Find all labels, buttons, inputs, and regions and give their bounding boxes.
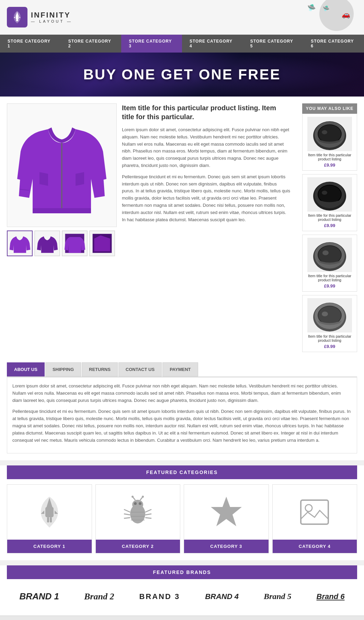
category-3-label: CATEGORY 3: [184, 540, 269, 553]
product-thumbnails: [7, 230, 117, 256]
brands-grid: BRAND 1 Brand 2 BRAND 3 BRAND 4 Brand 5 …: [7, 584, 357, 609]
rocket-logo-icon: [10, 10, 24, 24]
thumb3-svg: [64, 232, 86, 255]
category-3[interactable]: CATEGORY 3: [184, 484, 269, 553]
helmet-svg-1: [309, 117, 350, 151]
tab-contact-us[interactable]: CONTACT US: [118, 362, 162, 376]
promo-banner: BUY ONE GET ONE FREE: [0, 53, 364, 97]
svg-line-39: [124, 518, 130, 518]
brand-1[interactable]: BRAND 1: [19, 591, 59, 602]
nav-item-4[interactable]: STORE CATEGORY 4: [182, 35, 243, 53]
brand-2[interactable]: Brand 2: [84, 591, 114, 602]
tab-content-p1: Lorem ipsum dolor sit amet, consectetur …: [12, 383, 352, 404]
jacket-svg: [14, 110, 110, 220]
tabs-section: ABOUT US SHIPPING RETURNS CONTACT US PAY…: [0, 362, 364, 460]
thumbnail-3[interactable]: [62, 230, 88, 256]
thumb2-svg: [36, 232, 58, 255]
category-4-icon: [273, 485, 357, 540]
bug-icon: [121, 495, 155, 529]
svg-point-36: [142, 496, 144, 498]
sidebar-product-1[interactable]: Item title for this particular product l…: [302, 114, 357, 171]
brand-3[interactable]: BRAND 3: [139, 592, 180, 601]
featured-brands-header: FEATURED BRANDS: [7, 565, 357, 579]
sidebar-image-4: [307, 298, 352, 332]
product-info: Item title for this particular product l…: [122, 103, 290, 356]
nav-item-3[interactable]: STORE CATEGORY 3: [121, 35, 182, 53]
category-2-icon: [96, 485, 180, 540]
tab-content: Lorem ipsum dolor sit amet, consectetur …: [7, 377, 357, 453]
categories-grid: CATEGORY 1: [7, 484, 357, 553]
rover-icon: 🚗: [342, 10, 350, 19]
nav-item-1[interactable]: STORE CATEGORY 1: [0, 35, 61, 53]
product-description: Lorem ipsum dolor sit amet, consectetur …: [122, 126, 290, 223]
sidebar-item-title-4: Item title for this particular product l…: [305, 334, 354, 342]
svg-rect-4: [33, 208, 91, 213]
svg-point-31: [134, 502, 137, 505]
helmet-svg-3: [309, 238, 350, 272]
sidebar-item-price-3: £9.99: [305, 283, 354, 289]
ufo2-icon: 🛸: [323, 5, 330, 12]
svg-point-48: [305, 505, 312, 511]
svg-line-40: [145, 509, 151, 512]
svg-point-32: [139, 502, 141, 505]
svg-point-24: [318, 306, 341, 324]
brand-6[interactable]: Brand 6: [317, 592, 345, 601]
thumbnail-1[interactable]: [7, 230, 33, 256]
logo-subtitle: — LAYOUT —: [31, 19, 72, 23]
sidebar-item-title-1: Item title for this particular product l…: [305, 153, 354, 161]
tab-payment[interactable]: PAYMENT: [162, 362, 198, 376]
tabs-nav: ABOUT US SHIPPING RETURNS CONTACT US PAY…: [7, 362, 357, 377]
nav-item-5[interactable]: STORE CATEGORY 5: [243, 35, 304, 53]
thumbnail-4[interactable]: [89, 230, 115, 256]
category-1-icon: [7, 485, 92, 540]
svg-rect-1: [16, 19, 17, 21]
logo[interactable]: INFINITY — LAYOUT —: [7, 7, 72, 27]
svg-line-38: [124, 514, 130, 515]
tab-returns[interactable]: RETURNS: [82, 362, 118, 376]
helmet-svg-2: [309, 177, 350, 212]
footer-links: Add to Favourite Sellers | Sign up to Ne…: [0, 616, 364, 620]
svg-rect-0: [16, 15, 19, 19]
thumbnail-2[interactable]: [34, 230, 60, 256]
helmet-svg-4: [309, 298, 350, 332]
logo-text-block: INFINITY — LAYOUT —: [31, 11, 72, 23]
brand-5[interactable]: Brand 5: [264, 592, 292, 601]
image-placeholder-icon: [297, 495, 332, 529]
nav-item-6[interactable]: STORE CATEGORY 6: [303, 35, 364, 53]
sidebar: YOU MAY ALSO LIKE Item title for this pa…: [302, 103, 357, 356]
main-product-image: [7, 103, 117, 227]
tab-about-us[interactable]: ABOUT US: [7, 362, 45, 376]
svg-rect-26: [45, 507, 54, 517]
sidebar-item-price-4: £9.99: [305, 344, 354, 349]
category-1[interactable]: CATEGORY 1: [7, 484, 92, 553]
svg-rect-47: [301, 500, 328, 524]
sidebar-product-2[interactable]: Item title for this particular product l…: [302, 174, 357, 231]
brand-4[interactable]: BRAND 4: [205, 592, 239, 601]
svg-line-41: [145, 514, 151, 515]
thumb1-svg: [9, 232, 31, 255]
svg-point-14: [318, 185, 341, 203]
category-4[interactable]: CATEGORY 4: [272, 484, 357, 553]
nav-item-2[interactable]: STORE CATEGORY 2: [61, 35, 122, 53]
featured-categories: FEATURED CATEGORIES CATEGORY 1: [0, 465, 364, 560]
sidebar-image-3: [307, 238, 352, 272]
svg-marker-46: [211, 497, 242, 526]
star-icon: [209, 495, 243, 529]
logo-icon: [7, 7, 27, 27]
tab-shipping[interactable]: SHIPPING: [45, 362, 81, 376]
svg-point-30: [132, 500, 143, 509]
svg-rect-27: [47, 517, 49, 522]
svg-rect-2: [17, 19, 18, 21]
svg-point-35: [132, 496, 134, 498]
sidebar-product-4[interactable]: Item title for this particular product l…: [302, 295, 357, 352]
sidebar-image-2: [307, 177, 352, 212]
featured-brands: FEATURED BRANDS BRAND 1 Brand 2 BRAND 3 …: [0, 565, 364, 616]
category-4-label: CATEGORY 4: [273, 540, 357, 553]
svg-point-20: [322, 250, 329, 255]
category-2[interactable]: CATEGORY 2: [95, 484, 181, 553]
banner-title: BUY ONE GET ONE FREE: [7, 66, 357, 83]
sidebar-item-price-2: £9.99: [305, 223, 354, 228]
sidebar-product-3[interactable]: Item title for this particular product l…: [302, 235, 357, 292]
header-decoration: 🛸 🛸 🚗: [288, 3, 357, 31]
svg-line-42: [145, 518, 151, 518]
